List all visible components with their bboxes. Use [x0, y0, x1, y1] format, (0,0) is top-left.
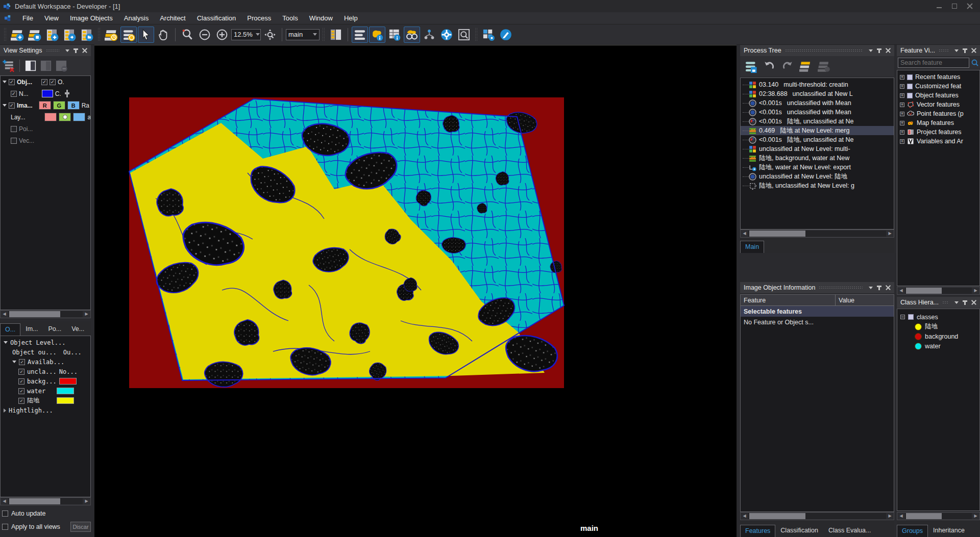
- r-band-cell[interactable]: R: [39, 101, 51, 110]
- caret-icon[interactable]: [3, 104, 7, 107]
- delete-levels-icon[interactable]: [799, 60, 813, 73]
- view-settings-hscrollbar[interactable]: ◀ ▶: [0, 310, 91, 318]
- toolbar-drag-handle[interactable]: [475, 28, 478, 42]
- tab-class-evaluation[interactable]: Class Evalua...: [823, 524, 876, 537]
- blue-color-swatch[interactable]: [42, 90, 53, 97]
- panel-grip[interactable]: [942, 301, 948, 304]
- discard-button[interactable]: Discar: [70, 522, 91, 532]
- selectable-features-row[interactable]: Selectable features: [741, 306, 894, 317]
- open-layer-button[interactable]: [79, 27, 95, 43]
- settings-gear-button[interactable]: [438, 27, 455, 43]
- process-row[interactable]: 陆地, water at New Level: export: [741, 163, 894, 172]
- water-checkbox[interactable]: [18, 388, 24, 394]
- scroll-left-icon[interactable]: ◀: [897, 513, 905, 520]
- expand-icon[interactable]: [900, 139, 904, 144]
- class-row-background[interactable]: backg...: [1, 376, 90, 386]
- toolbar-drag-handle[interactable]: [322, 28, 325, 42]
- g-select-cell[interactable]: [59, 113, 71, 121]
- outline-checkbox[interactable]: [41, 79, 47, 85]
- menu-help[interactable]: Help: [338, 13, 363, 23]
- tree-row-objects[interactable]: Obj... O.: [1, 76, 90, 88]
- column-feature[interactable]: Feature: [741, 295, 836, 305]
- process-row[interactable]: unclassified at New Level: multi-: [741, 144, 894, 154]
- points-checkbox[interactable]: [11, 126, 17, 132]
- map-combo[interactable]: main: [286, 29, 320, 40]
- scroll-right-icon[interactable]: ▶: [972, 513, 979, 520]
- toolbar-drag-handle[interactable]: [97, 28, 101, 42]
- zoom-selection-button[interactable]: [179, 27, 195, 43]
- caret-icon[interactable]: [12, 361, 16, 363]
- menu-process[interactable]: Process: [241, 13, 277, 23]
- vectors-checkbox[interactable]: [11, 138, 17, 144]
- expand-icon[interactable]: [900, 121, 904, 125]
- close-icon[interactable]: [967, 3, 973, 9]
- objects-checkbox[interactable]: [9, 79, 15, 85]
- tab-points[interactable]: Po...: [43, 323, 66, 336]
- edit-pen-button[interactable]: [498, 27, 514, 43]
- collapse-icon[interactable]: [900, 315, 905, 319]
- panel-grip[interactable]: [46, 49, 59, 53]
- process-row[interactable]: 02:38.688unclassified at New L: [741, 89, 894, 98]
- zoom-in-button[interactable]: [214, 27, 230, 43]
- auto-update-checkbox[interactable]: [2, 510, 8, 517]
- panel-menu-button[interactable]: [952, 46, 961, 55]
- tab-vectors[interactable]: Ve...: [66, 323, 89, 336]
- process-row[interactable]: <0.001sunclassified with Mean: [741, 108, 894, 117]
- search-icon[interactable]: [971, 59, 979, 67]
- n-checkbox[interactable]: [11, 91, 17, 97]
- tab-groups[interactable]: Groups: [897, 525, 928, 537]
- scroll-right-icon[interactable]: ▶: [83, 498, 90, 505]
- panel-grip[interactable]: [939, 49, 948, 53]
- menu-view[interactable]: View: [39, 13, 64, 23]
- h-scrollbar-thumb[interactable]: [9, 498, 60, 504]
- panel-menu-button[interactable]: [952, 298, 961, 306]
- tab-image[interactable]: Im...: [20, 323, 43, 336]
- apply-all-checkbox[interactable]: [2, 524, 8, 530]
- scroll-right-icon[interactable]: ▶: [886, 513, 894, 520]
- tree-row-layer-n[interactable]: N... C.: [1, 88, 90, 99]
- undo-icon[interactable]: [763, 60, 776, 73]
- scroll-left-icon[interactable]: ◀: [1, 311, 8, 318]
- panel-close-button[interactable]: [80, 46, 89, 55]
- add-image-layer-button[interactable]: [44, 27, 60, 43]
- feature-item-recent[interactable]: Recent features: [897, 72, 979, 82]
- panel-close-button[interactable]: [969, 46, 978, 55]
- feature-item-project[interactable]: Project features: [897, 127, 979, 137]
- cursor-tool-button[interactable]: [138, 27, 154, 43]
- expand-icon[interactable]: [900, 93, 904, 98]
- layer-visibility-button[interactable]: [120, 27, 137, 43]
- menu-window[interactable]: Window: [304, 13, 338, 23]
- scroll-left-icon[interactable]: ◀: [741, 513, 748, 520]
- tree-row-vectors[interactable]: Vec...: [1, 135, 90, 146]
- process-row-selected[interactable]: 0.469陆地 at New Level: merg: [741, 126, 894, 135]
- minimize-icon[interactable]: [936, 3, 942, 9]
- r-select-cell[interactable]: [44, 113, 57, 121]
- column-value[interactable]: Value: [836, 297, 857, 304]
- panel-menu-button[interactable]: [63, 46, 71, 55]
- menu-tools[interactable]: Tools: [277, 13, 303, 23]
- image-checkbox[interactable]: [9, 103, 15, 109]
- process-row[interactable]: <0.001sunclassified with Mean: [741, 98, 894, 108]
- caret-icon[interactable]: [4, 408, 6, 413]
- caret-icon[interactable]: [3, 81, 7, 83]
- no-feature-row[interactable]: No Feature or Object s...: [741, 317, 894, 327]
- navigate-tool-button[interactable]: [262, 27, 278, 43]
- feature-item-customized[interactable]: Customized feat: [897, 82, 979, 91]
- tree-row-layer[interactable]: Lay... au: [1, 111, 90, 123]
- menu-image-objects[interactable]: Image Objects: [64, 13, 118, 23]
- view-classification-button[interactable]: [369, 27, 385, 43]
- four-pane-view-icon[interactable]: [55, 59, 68, 72]
- save-process-icon[interactable]: [744, 60, 757, 73]
- h-scrollbar-thumb[interactable]: [9, 311, 60, 317]
- pan-hand-tool-button[interactable]: [155, 27, 172, 43]
- search-input[interactable]: [898, 58, 969, 68]
- expand-icon[interactable]: [900, 112, 904, 116]
- feature-item-object[interactable]: Object features: [897, 91, 979, 100]
- scroll-right-icon[interactable]: ▶: [972, 287, 979, 294]
- process-row[interactable]: <0.001s陆地, unclassified at Ne: [741, 117, 894, 126]
- h-scrollbar-thumb[interactable]: [906, 513, 942, 519]
- view-samples-button[interactable]: [386, 27, 403, 43]
- process-row[interactable]: 03.140multi-threshold: creatin: [741, 80, 894, 89]
- scroll-right-icon[interactable]: ▶: [83, 311, 90, 318]
- tab-classification[interactable]: Classification: [775, 524, 823, 537]
